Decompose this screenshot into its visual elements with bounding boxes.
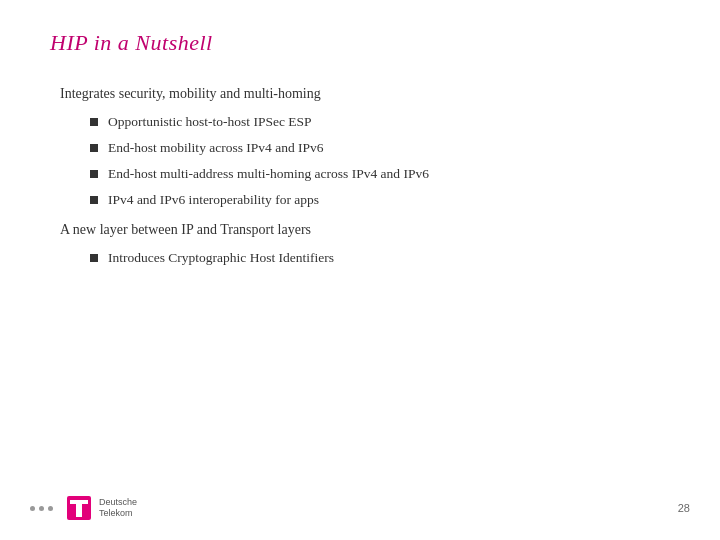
svg-rect-1 [70,500,88,504]
list-item: IPv4 and IPv6 interoperability for apps [90,192,670,208]
list-item: End-host multi-address multi-homing acro… [90,166,670,182]
slide-title: HIP in a Nutshell [50,30,670,56]
telekom-logo: Deutsche Telekom [65,494,137,522]
bullet-text: Introduces Cryptographic Host Identifier… [108,250,334,266]
bullet-icon [90,196,98,204]
page-number: 28 [678,502,690,514]
section1-header: Integrates security, mobility and multi-… [60,86,670,102]
bullet-text: Opportunistic host-to-host IPSec ESP [108,114,312,130]
dot-1 [30,506,35,511]
list-item: Introduces Cryptographic Host Identifier… [90,250,670,266]
telekom-t-icon [65,494,93,522]
dot-2 [39,506,44,511]
company-line1: Deutsche [99,497,137,508]
footer: Deutsche Telekom 28 [0,494,720,522]
list-item: Opportunistic host-to-host IPSec ESP [90,114,670,130]
section2-bullet-list: Introduces Cryptographic Host Identifier… [60,250,670,266]
telekom-text: Deutsche Telekom [99,497,137,519]
bullet-text: End-host multi-address multi-homing acro… [108,166,429,182]
content-area: Integrates security, mobility and multi-… [50,86,670,266]
bullet-text: End-host mobility across IPv4 and IPv6 [108,140,324,156]
bullet-icon [90,254,98,262]
section2-header: A new layer between IP and Transport lay… [60,222,670,238]
list-item: End-host mobility across IPv4 and IPv6 [90,140,670,156]
svg-rect-2 [76,504,82,517]
footer-dots [30,506,53,511]
bullet-icon [90,118,98,126]
bullet-text: IPv4 and IPv6 interoperability for apps [108,192,319,208]
bullet-icon [90,144,98,152]
company-line2: Telekom [99,508,137,519]
bullet-icon [90,170,98,178]
slide-container: HIP in a Nutshell Integrates security, m… [0,0,720,540]
dot-3 [48,506,53,511]
footer-left: Deutsche Telekom [30,494,137,522]
section1-bullet-list: Opportunistic host-to-host IPSec ESP End… [60,114,670,208]
